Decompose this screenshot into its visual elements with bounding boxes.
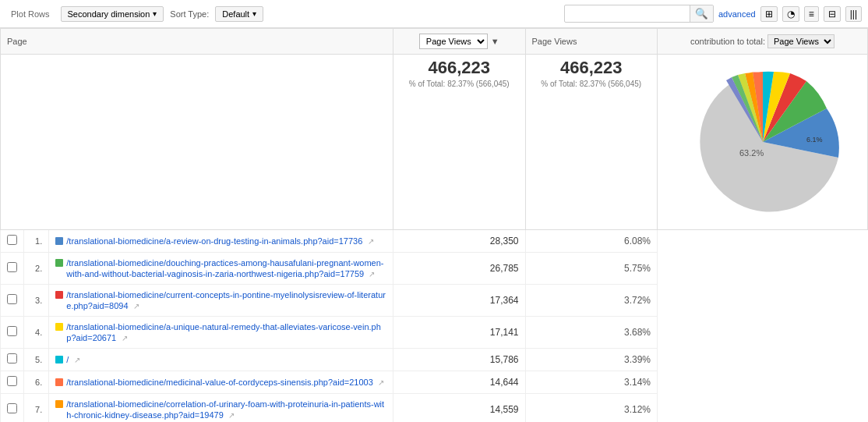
row-pct: 3.39% bbox=[525, 349, 658, 371]
row-checkbox[interactable] bbox=[7, 326, 17, 336]
row-pageviews: 14,644 bbox=[393, 371, 525, 394]
sort-type-label: Sort Type: bbox=[170, 9, 209, 19]
pageviews-sort-select[interactable]: Page Views bbox=[419, 34, 488, 49]
col-pageviews-sort-header: Page Views ▼ bbox=[393, 29, 525, 55]
row-pageviews: 14,559 bbox=[393, 394, 525, 423]
table-row: 4. /translational-biomedicine/a-unique-n… bbox=[1, 317, 868, 349]
external-link-icon: ↗ bbox=[368, 237, 374, 246]
row-number: 7. bbox=[24, 394, 49, 423]
row-color-dot bbox=[55, 378, 63, 386]
row-pageviews: 17,364 bbox=[393, 285, 525, 317]
table-row: 3. /translational-biomedicine/current-co… bbox=[1, 285, 868, 317]
row-checkbox[interactable] bbox=[7, 376, 17, 386]
page-link[interactable]: /translational-biomedicine/a-unique-natu… bbox=[66, 322, 381, 342]
row-pct: 3.12% bbox=[525, 394, 658, 423]
row-number: 5. bbox=[24, 349, 49, 371]
settings-button[interactable]: ⊟ bbox=[824, 6, 841, 22]
external-link-icon: ↗ bbox=[378, 378, 384, 387]
row-checkbox-cell bbox=[1, 394, 24, 423]
plot-rows-button[interactable]: Plot Rows bbox=[6, 8, 55, 20]
page-link[interactable]: / bbox=[66, 355, 69, 364]
total-pageviews2-cell: 466,223 % of Total: 82.37% (566,045) bbox=[525, 55, 658, 230]
row-checkbox-cell bbox=[1, 349, 24, 371]
row-checkbox-cell bbox=[1, 230, 24, 253]
external-link-icon: ↗ bbox=[133, 302, 139, 310]
row-checkbox[interactable] bbox=[7, 353, 17, 363]
table-view-button[interactable]: ≡ bbox=[804, 6, 819, 22]
page-link[interactable]: /translational-biomedicine/correlation-o… bbox=[66, 399, 384, 420]
row-color-dot bbox=[55, 237, 63, 245]
row-number: 4. bbox=[24, 317, 49, 349]
sort-default-dropdown[interactable]: Default bbox=[215, 6, 263, 22]
search-input[interactable] bbox=[565, 7, 690, 21]
toolbar: Plot Rows Secondary dimension Sort Type:… bbox=[0, 0, 868, 28]
table-row: 1. /translational-biomedicine/a-review-o… bbox=[1, 230, 868, 253]
search-button[interactable]: 🔍 bbox=[690, 5, 713, 22]
row-pageviews: 15,786 bbox=[393, 349, 525, 371]
row-checkbox-cell bbox=[1, 371, 24, 394]
col-page-header: Page bbox=[1, 29, 393, 55]
row-pageviews: 28,350 bbox=[393, 230, 525, 253]
row-checkbox-cell bbox=[1, 253, 24, 285]
row-checkbox[interactable] bbox=[7, 403, 17, 413]
advanced-link[interactable]: advanced bbox=[718, 9, 756, 19]
external-link-icon: ↗ bbox=[228, 411, 235, 420]
table-row: 6. /translational-biomedicine/medicinal-… bbox=[1, 371, 868, 394]
pie-chart: 63.2% 6.1% bbox=[664, 58, 861, 226]
row-color-dot bbox=[55, 323, 63, 331]
row-number: 3. bbox=[24, 285, 49, 317]
page-link[interactable]: /translational-biomedicine/douching-prac… bbox=[66, 258, 383, 278]
row-color-dot bbox=[55, 291, 63, 299]
row-checkbox[interactable] bbox=[7, 294, 17, 304]
page-link[interactable]: /translational-biomedicine/current-conce… bbox=[66, 290, 386, 310]
row-pct: 3.72% bbox=[525, 285, 658, 317]
row-page-cell: /translational-biomedicine/correlation-o… bbox=[49, 394, 393, 423]
table-row: 2. /translational-biomedicine/douching-p… bbox=[1, 253, 868, 285]
col-pageviews2-header: Page Views bbox=[525, 29, 658, 55]
row-pct: 3.14% bbox=[525, 371, 658, 394]
total-pageviews-cell: 466,223 % of Total: 82.37% (566,045) bbox=[393, 55, 525, 230]
row-color-dot bbox=[55, 356, 63, 363]
row-pageviews: 26,785 bbox=[393, 253, 525, 285]
row-page-cell: /translational-biomedicine/a-review-on-d… bbox=[49, 230, 393, 253]
row-color-dot bbox=[55, 259, 63, 267]
external-link-icon: ↗ bbox=[122, 334, 128, 342]
row-number: 2. bbox=[24, 253, 49, 285]
data-table: Page Page Views ▼ Page Views contributio… bbox=[0, 28, 868, 422]
search-box: 🔍 bbox=[564, 5, 714, 23]
row-number: 6. bbox=[24, 371, 49, 394]
contribution-metric-select[interactable]: Page Views bbox=[767, 34, 834, 48]
row-pct: 3.68% bbox=[525, 317, 658, 349]
row-pageviews: 17,141 bbox=[393, 317, 525, 349]
row-page-cell: /translational-biomedicine/douching-prac… bbox=[49, 253, 393, 285]
table-row: 7. /translational-biomedicine/correlatio… bbox=[1, 394, 868, 423]
bars-button[interactable]: ||| bbox=[845, 6, 862, 22]
external-link-icon: ↗ bbox=[369, 270, 375, 278]
row-number: 1. bbox=[24, 230, 49, 253]
row-checkbox-cell bbox=[1, 285, 24, 317]
grid-view-button[interactable]: ⊞ bbox=[760, 6, 778, 22]
row-page-cell: /translational-biomedicine/a-unique-natu… bbox=[49, 317, 393, 349]
external-link-icon: ↗ bbox=[74, 356, 80, 364]
page-link[interactable]: /translational-biomedicine/medicinal-val… bbox=[66, 378, 372, 387]
row-page-cell: /translational-biomedicine/medicinal-val… bbox=[49, 371, 393, 394]
svg-text:6.1%: 6.1% bbox=[806, 136, 823, 144]
row-pct: 5.75% bbox=[525, 253, 658, 285]
page-link[interactable]: /translational-biomedicine/a-review-on-d… bbox=[66, 236, 362, 246]
row-pct: 6.08% bbox=[525, 230, 658, 253]
sort-arrow-icon[interactable]: ▼ bbox=[491, 37, 499, 46]
col-chart-header: contribution to total: Page Views bbox=[658, 29, 868, 55]
row-checkbox-cell bbox=[1, 317, 24, 349]
svg-text:63.2%: 63.2% bbox=[739, 148, 764, 158]
row-color-dot bbox=[55, 400, 63, 408]
row-page-cell: /translational-biomedicine/current-conce… bbox=[49, 285, 393, 317]
pie-view-button[interactable]: ◔ bbox=[782, 6, 799, 22]
row-checkbox[interactable] bbox=[7, 262, 17, 272]
row-checkbox[interactable] bbox=[7, 235, 17, 245]
row-page-cell: / ↗ bbox=[49, 349, 393, 371]
secondary-dimension-dropdown[interactable]: Secondary dimension bbox=[61, 6, 164, 22]
table-row: 5. / ↗ 15,786 3.39% bbox=[1, 349, 868, 371]
